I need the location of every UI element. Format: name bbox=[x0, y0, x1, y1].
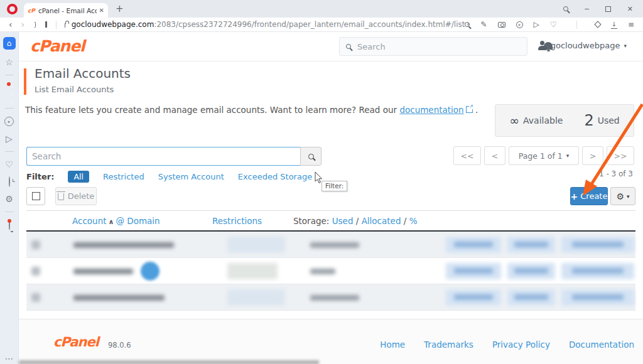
divider bbox=[5, 151, 14, 152]
send-flow-icon[interactable]: ▷ bbox=[534, 21, 539, 28]
pagination-range: 1 - 3 of 3 bbox=[599, 169, 633, 178]
sort-restrictions-link[interactable]: Restrictions bbox=[212, 216, 262, 226]
likes-heart-icon[interactable]: ♡ bbox=[5, 160, 13, 169]
blurred-action-button bbox=[446, 289, 501, 306]
pagination-prev-button[interactable]: < bbox=[484, 146, 505, 165]
filter-exceeded-storage[interactable]: Exceeded Storage bbox=[238, 172, 312, 181]
blurred-action-button bbox=[507, 263, 555, 279]
blurred-storage-cell bbox=[310, 295, 359, 301]
footer-link-privacy-policy[interactable]: Privacy Policy bbox=[492, 340, 550, 350]
history-clock-icon[interactable] bbox=[9, 176, 10, 187]
cpanel-header: cPanel gocloudwebpage ▾ bbox=[19, 32, 643, 62]
filter-restricted[interactable]: Restricted bbox=[103, 172, 144, 181]
sort-storage-allocated-link[interactable]: Allocated bbox=[362, 216, 401, 226]
user-menu[interactable]: gocloudwebpage ▾ bbox=[538, 41, 627, 50]
table-row bbox=[26, 232, 635, 258]
column-storage: Storage: Used / Allocated / % bbox=[293, 216, 417, 226]
used-label: Used bbox=[598, 115, 620, 126]
my-flow-icon[interactable]: ▷ bbox=[6, 134, 13, 143]
filter-system-account[interactable]: System Account bbox=[158, 172, 224, 181]
camera-icon[interactable] bbox=[498, 22, 505, 28]
forward-icon[interactable]: › bbox=[21, 20, 25, 29]
table-row bbox=[26, 258, 635, 284]
sort-storage-used-link[interactable]: Used bbox=[332, 216, 354, 226]
back-icon[interactable]: ‹ bbox=[9, 20, 13, 29]
delete-button[interactable]: Delete bbox=[55, 187, 97, 205]
blurred-restrictions-cell bbox=[227, 289, 285, 306]
sort-account-link[interactable]: Account bbox=[72, 216, 107, 226]
list-search-input[interactable] bbox=[26, 147, 300, 166]
speed-dial-icon[interactable] bbox=[45, 21, 47, 28]
blurred-restrictions-cell bbox=[227, 263, 278, 279]
footer-link-documentation[interactable]: Documentation bbox=[569, 340, 634, 350]
home-icon[interactable]: ⌂ bbox=[3, 37, 16, 50]
filter-row: Filter: All Restricted System Account Ex… bbox=[26, 171, 312, 183]
blurred-action-button bbox=[507, 289, 555, 306]
pinboard-icon[interactable]: ☆ bbox=[5, 58, 13, 67]
pagination-page-select[interactable]: Page 1 of 1▾ bbox=[509, 146, 579, 165]
blurred-action-button bbox=[446, 263, 501, 279]
snapshot-pencil-icon[interactable]: ✎ bbox=[480, 21, 487, 28]
tune-icon[interactable]: ≡ bbox=[628, 21, 634, 28]
easy-setup-bulb-icon[interactable] bbox=[9, 220, 10, 230]
cpanel-search-box[interactable] bbox=[339, 37, 527, 56]
cpanel-search-input[interactable] bbox=[357, 42, 508, 51]
blurred-checkbox bbox=[31, 240, 40, 249]
maximize-icon[interactable] bbox=[605, 6, 611, 12]
browser-search-icon[interactable] bbox=[563, 6, 568, 11]
bookmark-heart-icon[interactable]: ♡ bbox=[550, 21, 557, 28]
table-row bbox=[26, 284, 635, 311]
blurred-action-button bbox=[561, 289, 634, 306]
ssl-lock-icon[interactable] bbox=[65, 23, 65, 28]
settings-dropdown-button[interactable]: ⚙▾ bbox=[610, 187, 635, 205]
checkbox-icon bbox=[32, 192, 40, 200]
url-text[interactable]: gocloudwebpage.com:2083/cpsess2372724996… bbox=[72, 20, 465, 29]
settings-gear-icon[interactable]: ⚙ bbox=[5, 195, 13, 203]
player-icon[interactable]: ▸ bbox=[4, 117, 14, 126]
minimize-icon[interactable]: ─ bbox=[585, 5, 589, 13]
table-header: Account∧@ Domain Restrictions Storage: U… bbox=[26, 210, 635, 230]
list-search-button[interactable] bbox=[300, 147, 322, 166]
documentation-link[interactable]: documentation bbox=[399, 105, 463, 115]
filter-all[interactable]: All bbox=[68, 171, 89, 183]
description-suffix: . bbox=[473, 105, 478, 115]
downloads-icon[interactable]: ↓ bbox=[611, 21, 617, 29]
blurred-checkbox bbox=[31, 267, 40, 276]
sidebar-more-icon[interactable]: ⋯ bbox=[5, 354, 14, 363]
chevron-down-icon: ▾ bbox=[566, 153, 570, 159]
pagination-next-button[interactable]: > bbox=[582, 146, 603, 165]
separator: / bbox=[356, 216, 359, 226]
cpanel-logo[interactable]: cPanel bbox=[30, 37, 85, 55]
reload-icon[interactable] bbox=[34, 22, 36, 28]
footer-cpanel-logo: cPanel bbox=[53, 335, 99, 350]
tab-close-icon[interactable]: ✕ bbox=[99, 7, 104, 14]
divider bbox=[576, 21, 577, 29]
sort-domain-link[interactable]: @ Domain bbox=[116, 216, 159, 226]
blurred-action-button bbox=[561, 237, 634, 253]
filter-tooltip: Filter: bbox=[322, 181, 347, 191]
email-accounts-table bbox=[26, 232, 635, 311]
sort-storage-percent-link[interactable]: % bbox=[409, 216, 418, 226]
extensions-icon[interactable] bbox=[594, 21, 601, 28]
user-avatar-icon bbox=[538, 41, 547, 50]
zoom-icon[interactable] bbox=[465, 22, 470, 27]
search-icon bbox=[308, 154, 314, 159]
blurred-storage-cell bbox=[310, 242, 359, 248]
window-close-icon[interactable]: ✕ bbox=[627, 5, 633, 13]
select-all-checkbox[interactable] bbox=[26, 187, 45, 205]
pagination-first-button[interactable]: << bbox=[453, 146, 481, 165]
browser-tab[interactable]: cP cPanel - Email Accounts ✕ bbox=[24, 3, 108, 18]
new-tab-button[interactable]: + bbox=[116, 3, 124, 14]
pagination-last-button[interactable]: >> bbox=[607, 146, 634, 165]
description-text: This feature lets you create and manage … bbox=[25, 105, 399, 115]
opera-logo-icon[interactable] bbox=[7, 4, 18, 14]
separator: / bbox=[404, 216, 407, 226]
footer-link-trademarks[interactable]: Trademarks bbox=[424, 340, 473, 350]
footer-link-home[interactable]: Home bbox=[380, 340, 405, 350]
used-value: 2 bbox=[584, 112, 593, 129]
blurred-action-button bbox=[446, 237, 501, 253]
blocker-icon[interactable]: ✕ bbox=[516, 21, 523, 28]
blurred-badge bbox=[141, 262, 159, 281]
create-button[interactable]: +Create bbox=[570, 187, 608, 205]
divider bbox=[5, 75, 14, 75]
